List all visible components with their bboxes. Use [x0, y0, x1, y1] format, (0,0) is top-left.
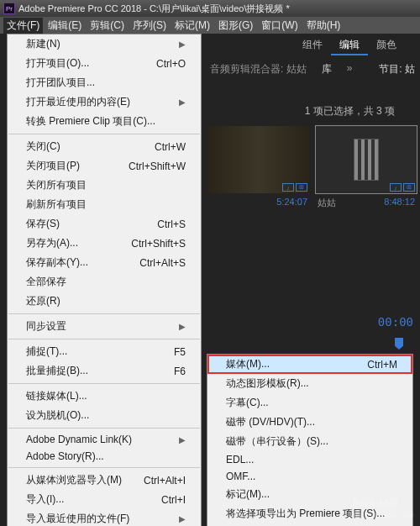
menu-help[interactable]: 帮助(H)	[303, 18, 344, 34]
menu-item-shortcut: Ctrl+Shift+W	[129, 160, 186, 172]
file-menu-item[interactable]: 保存(S)Ctrl+S	[8, 214, 201, 234]
window-title: Adobe Premiere Pro CC 2018 - C:\用户\likai…	[18, 3, 290, 15]
menu-item-label: 磁带 (DV/HDV)(T)...	[226, 415, 315, 429]
menu-item-shortcut: F6	[174, 366, 186, 377]
bin-item[interactable]: ♪⊞ 姑姑8:48:12	[316, 126, 417, 209]
menu-graphics[interactable]: 图形(G)	[215, 18, 256, 34]
menu-file[interactable]: 文件(F)	[3, 18, 43, 34]
file-menu-item[interactable]: 链接媒体(L)...	[8, 387, 201, 406]
watermark-text: Baidu经验	[352, 497, 398, 509]
menu-item-shortcut: Ctrl+I	[161, 494, 186, 506]
file-menu-item[interactable]: 还原(R)	[8, 292, 201, 311]
submenu-arrow-icon: ▶	[179, 435, 186, 444]
audio-badge-icon: ♪	[390, 183, 402, 192]
bin-thumbnails: ♪⊞ 5:24:07 ♪⊞ 姑姑8:48:12	[208, 126, 417, 209]
thumbnail-image: ♪⊞	[208, 126, 309, 193]
file-menu-item[interactable]: Adobe Dynamic Link(K)▶	[8, 431, 201, 448]
menu-item-shortcut: Ctrl+Shift+S	[131, 238, 186, 250]
menu-item-label: 全部保存	[26, 275, 66, 289]
export-menu-item[interactable]: 磁带 (DV/HDV)(T)...	[207, 413, 412, 432]
menu-item-shortcut: F5	[174, 346, 186, 358]
submenu-arrow-icon: ▶	[179, 322, 186, 331]
file-menu-item[interactable]: 全部保存	[8, 272, 201, 292]
tab-component[interactable]: 组件	[294, 34, 331, 55]
file-menu-item[interactable]: 捕捉(T)...F5	[8, 342, 201, 361]
menu-item-label: 关闭(C)	[26, 139, 60, 154]
file-menu-item[interactable]: 批量捕捉(B)...F6	[8, 361, 201, 381]
audio-badge-icon: ♪	[282, 183, 294, 192]
menu-item-shortcut: Ctrl+Alt+S	[139, 257, 186, 269]
menu-window[interactable]: 窗口(W)	[258, 18, 301, 34]
file-menu-item[interactable]: 新建(N)▶	[8, 34, 201, 54]
menu-sequence[interactable]: 序列(S)	[129, 18, 170, 34]
file-menu-item[interactable]: 打开最近使用的内容(E)▶	[8, 92, 201, 112]
menu-item-label: 导入最近使用的文件(F)	[26, 512, 129, 526]
file-menu-item[interactable]: 导入最近使用的文件(F)▶	[8, 509, 201, 526]
subtab-library[interactable]: 库	[322, 62, 332, 76]
program-panel-label[interactable]: 节目: 姑	[379, 62, 415, 76]
file-menu-item[interactable]: 另存为(A)...Ctrl+Shift+S	[8, 234, 201, 253]
menu-separator	[8, 467, 200, 468]
menu-item-label: 打开团队项目...	[26, 76, 95, 90]
file-menu-item[interactable]: 刷新所有项目	[8, 195, 201, 214]
panel-tabs: 音频剪辑混合器: 姑姑 库 »	[210, 62, 352, 76]
export-menu-item[interactable]: 磁带（串行设备）(S)...	[207, 432, 412, 451]
menu-item-label: 从媒体浏览器导入(M)	[26, 473, 122, 487]
menu-item-label: OMF...	[226, 471, 255, 482]
export-menu-item[interactable]: 动态图形模板(R)...	[207, 374, 412, 393]
menu-item-label: 导入(I)...	[26, 492, 64, 507]
playhead-marker-icon[interactable]	[395, 338, 403, 350]
export-menu-item[interactable]: EDL...	[207, 451, 412, 468]
menu-edit[interactable]: 编辑(E)	[45, 18, 85, 34]
menu-item-label: 关闭项目(P)	[26, 159, 80, 173]
watermark: Baidu经验 jingyan.baidu.com	[352, 497, 413, 519]
menu-item-label: 还原(R)	[26, 294, 60, 308]
timecode-display[interactable]: 00:00	[378, 315, 413, 329]
subtab-more[interactable]: »	[347, 62, 353, 76]
tab-color[interactable]: 颜色	[368, 34, 405, 55]
menu-separator	[8, 383, 200, 384]
menu-item-shortcut: Ctrl+O	[156, 58, 186, 70]
video-badge-icon: ⊞	[296, 183, 307, 192]
menu-separator	[8, 134, 200, 134]
menu-item-label: 捕捉(T)...	[26, 345, 67, 359]
menu-item-label: 保存(S)	[26, 217, 60, 231]
menu-item-shortcut: Ctrl+M	[367, 359, 397, 371]
file-menu-item[interactable]: 打开项目(O)...Ctrl+O	[8, 54, 201, 73]
file-menu-item[interactable]: 保存副本(Y)...Ctrl+Alt+S	[8, 253, 201, 272]
submenu-arrow-icon: ▶	[179, 514, 186, 523]
menu-clip[interactable]: 剪辑(C)	[87, 18, 128, 34]
export-menu-item[interactable]: 字幕(C)...	[207, 393, 412, 413]
file-menu-item[interactable]: 转换 Premiere Clip 项目(C)...	[8, 112, 201, 131]
menu-item-label: Adobe Story(R)...	[26, 450, 104, 462]
file-menu-item[interactable]: 从媒体浏览器导入(M)Ctrl+Alt+I	[8, 471, 201, 490]
file-menu-item[interactable]: 打开团队项目...	[8, 73, 201, 92]
subtab-audiomixer[interactable]: 音频剪辑混合器: 姑姑	[210, 62, 307, 76]
tab-edit[interactable]: 编辑	[331, 34, 368, 55]
export-menu-item[interactable]: OMF...	[207, 468, 412, 485]
menu-item-label: 打开项目(O)...	[26, 56, 89, 71]
clip-duration: 5:24:07	[276, 197, 307, 207]
menu-marker[interactable]: 标记(M)	[171, 18, 213, 34]
submenu-arrow-icon: ▶	[179, 39, 186, 49]
menu-item-label: 磁带（串行设备）(S)...	[226, 434, 328, 449]
menu-item-label: 动态图形模板(R)...	[226, 376, 309, 391]
menu-item-shortcut: Ctrl+S	[157, 218, 186, 230]
file-menu-item[interactable]: 设为脱机(O)...	[8, 406, 201, 425]
clip-duration: 8:48:12	[384, 197, 415, 209]
menu-item-label: 媒体(M)...	[226, 357, 270, 371]
file-menu-item[interactable]: 关闭所有项目	[8, 176, 201, 195]
menu-separator	[8, 428, 200, 429]
menu-item-label: 转换 Premiere Clip 项目(C)...	[26, 114, 155, 129]
menu-item-label: 打开最近使用的内容(E)	[26, 95, 130, 109]
file-menu-item[interactable]: Adobe Story(R)...	[8, 448, 201, 465]
bin-item[interactable]: ♪⊞ 5:24:07	[208, 126, 309, 209]
clip-name: 姑姑	[318, 197, 336, 209]
app-icon: Pr	[3, 3, 15, 14]
export-menu-item[interactable]: 媒体(M)...Ctrl+M	[207, 355, 412, 374]
file-menu-item[interactable]: 关闭项目(P)Ctrl+Shift+W	[8, 156, 201, 176]
file-menu-item[interactable]: 同步设置▶	[8, 317, 201, 336]
file-menu-item[interactable]: 导入(I)...Ctrl+I	[8, 490, 201, 509]
menu-item-label: EDL...	[226, 454, 254, 466]
file-menu-item[interactable]: 关闭(C)Ctrl+W	[8, 137, 201, 156]
